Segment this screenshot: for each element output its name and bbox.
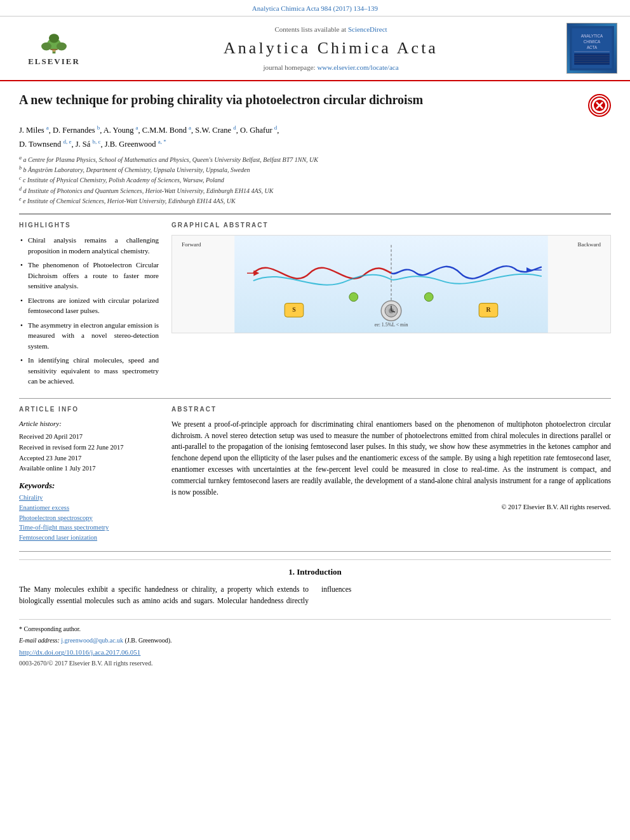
publisher-logo-section: ELSEVIER xyxy=(13,29,95,67)
ga-backward-label: Backward xyxy=(578,241,601,249)
homepage-url[interactable]: www.elsevier.com/locate/aca xyxy=(317,63,398,71)
copyright-notice: © 2017 Elsevier B.V. All rights reserved… xyxy=(171,502,611,512)
corresponding-star: * Corresponding author. xyxy=(19,625,81,632)
highlights-header: HIGHLIGHTS xyxy=(19,221,159,230)
affiliation-c: c c Institute of Physical Chemistry, Pol… xyxy=(19,175,611,185)
article-info-header-label: ARTICLE INFO xyxy=(19,405,159,414)
email-label: E-mail address: xyxy=(19,637,60,644)
info-abstract-row: ARTICLE INFO Article history: Received 2… xyxy=(19,405,611,543)
abstract-column: ABSTRACT We present a proof-of-principle… xyxy=(171,405,611,543)
journal-homepage: journal homepage: www.elsevier.com/locat… xyxy=(102,63,560,72)
elsevier-tree-icon xyxy=(32,29,76,55)
corresponding-author-note: * Corresponding author. xyxy=(19,625,611,634)
affiliation-b: b b Ångström Laboratory, Department of C… xyxy=(19,164,611,175)
highlight-item-5: In identifying chiral molecules, speed a… xyxy=(19,355,159,387)
journal-title-section: Contents lists available at ScienceDirec… xyxy=(102,25,560,72)
graphical-abstract-column: GRAPHICAL ABSTRACT Forward Backward xyxy=(171,221,611,390)
graphical-abstract-svg: S R e xyxy=(172,236,610,333)
ga-content: Forward Backward xyxy=(172,236,610,333)
contents-text: Contents lists available at xyxy=(274,25,346,33)
cover-thumbnail-icon: ANALYTICA CHIMICA ACTA xyxy=(570,23,614,73)
journal-reference-bar: Analytica Chimica Acta 984 (2017) 134–13… xyxy=(0,0,630,17)
svg-text:CHIMICA: CHIMICA xyxy=(584,39,601,44)
highlights-list: Chiral analysis remains a challenging pr… xyxy=(19,235,159,387)
crossmark-icon xyxy=(590,96,609,115)
article-info-content: Article history: Received 20 April 2017 … xyxy=(19,419,159,474)
highlight-item-4: The asymmetry in electron angular emissi… xyxy=(19,320,159,352)
article-history-label: Article history: xyxy=(19,419,159,429)
accepted-date: Accepted 23 June 2017 xyxy=(19,454,159,463)
introduction-section: 1. Introduction The Many molecules exhib… xyxy=(19,559,611,607)
journal-name: Analytica Chimica Acta xyxy=(102,37,560,60)
introduction-text: The Many molecules exhibit a specific ha… xyxy=(19,584,611,607)
keyword-femtosecond[interactable]: Femtosecond laser ionization xyxy=(19,533,159,543)
affiliation-d: d d Institute of Photonics and Quantum S… xyxy=(19,185,611,196)
highlight-item-1: Chiral analysis remains a challenging pr… xyxy=(19,235,159,256)
svg-point-34 xyxy=(349,293,358,302)
highlights-column: HIGHLIGHTS Chiral analysis remains a cha… xyxy=(19,221,159,390)
highlights-abstract-row: HIGHLIGHTS Chiral analysis remains a cha… xyxy=(19,221,611,390)
article-title-section: A new technique for probing chirality vi… xyxy=(19,91,611,117)
svg-point-2 xyxy=(41,43,51,51)
page-footer: * Corresponding author. E-mail address: … xyxy=(19,619,611,667)
authors-line: J. Miles a, D. Fernandes b, A. Young a, … xyxy=(19,123,611,150)
keyword-enantiomer[interactable]: Enantiomer excess xyxy=(19,503,159,513)
graphical-abstract-image: Forward Backward xyxy=(171,235,611,333)
keyword-tof[interactable]: Time-of-flight mass spectrometry xyxy=(19,523,159,533)
bottom-separator xyxy=(19,551,611,552)
received-date: Received 20 April 2017 xyxy=(19,432,159,442)
article-title: A new technique for probing chirality vi… xyxy=(19,91,582,108)
highlight-item-3: Electrons are ionized with circular pola… xyxy=(19,295,159,316)
sciencedirect-link[interactable]: ScienceDirect xyxy=(348,25,387,33)
received-revised-date: Received in revised form 22 June 2017 xyxy=(19,443,159,453)
svg-text:ANALYTICA: ANALYTICA xyxy=(581,34,603,38)
ga-forward-label: Forward xyxy=(182,241,201,249)
introduction-heading: 1. Introduction xyxy=(19,566,611,578)
keyword-chirality[interactable]: Chirality xyxy=(19,493,159,503)
svg-text:ACTA: ACTA xyxy=(587,45,598,50)
article-info-column: ARTICLE INFO Article history: Received 2… xyxy=(19,405,159,543)
highlight-item-2: The phenomenon of Photoelectron Circular… xyxy=(19,260,159,291)
affiliation-e: e e Institute of Chemical Sciences, Heri… xyxy=(19,196,611,206)
intro-the: The xyxy=(19,585,34,593)
available-date: Available online 1 July 2017 xyxy=(19,464,159,474)
email-person: (J.B. Greenwood). xyxy=(125,637,172,644)
svg-text:S: S xyxy=(292,307,296,314)
svg-point-35 xyxy=(424,293,433,302)
intro-body: Many molecules exhibit a specific handed… xyxy=(19,585,351,604)
homepage-label: journal homepage: xyxy=(263,63,315,71)
contents-available-line: Contents lists available at ScienceDirec… xyxy=(102,25,560,34)
graphical-abstract-header: GRAPHICAL ABSTRACT xyxy=(171,221,611,230)
affiliation-a: a a Centre for Plasma Physics, School of… xyxy=(19,154,611,164)
svg-rect-6 xyxy=(50,49,57,50)
svg-text:ee: 1.5%L < min: ee: 1.5%L < min xyxy=(375,322,408,328)
affiliations-section: a a Centre for Plasma Physics, School of… xyxy=(19,154,611,206)
introduction-paragraph: The Many molecules exhibit a specific ha… xyxy=(19,584,611,607)
abstract-paragraph: We present a proof-of-principle approach… xyxy=(171,419,611,498)
issn-notice: 0003-2670/© 2017 Elsevier B.V. All right… xyxy=(19,659,611,668)
abstract-section-label: ABSTRACT xyxy=(171,405,611,414)
crossmark-badge[interactable] xyxy=(588,94,611,117)
page-wrapper: Analytica Chimica Acta 984 (2017) 134–13… xyxy=(0,0,630,678)
elsevier-text: ELSEVIER xyxy=(28,56,80,67)
mid-separator xyxy=(19,398,611,399)
svg-point-3 xyxy=(57,43,67,51)
email-line: E-mail address: j.greenwood@qub.ac.uk (J… xyxy=(19,636,611,645)
journal-reference: Analytica Chimica Acta 984 (2017) 134–13… xyxy=(252,4,378,12)
elsevier-logo: ELSEVIER xyxy=(19,29,89,67)
townsend-name: Townsend xyxy=(29,140,61,149)
keywords-label: Keywords: xyxy=(19,480,159,491)
svg-point-4 xyxy=(49,34,59,43)
svg-rect-13 xyxy=(574,53,610,65)
journal-header: ELSEVIER Contents lists available at Sci… xyxy=(0,17,630,81)
keyword-photoelectron[interactable]: Photoelectron spectroscopy xyxy=(19,514,159,523)
main-content: A new technique for probing chirality vi… xyxy=(0,81,630,677)
journal-cover-image: ANALYTICA CHIMICA ACTA xyxy=(566,23,617,74)
doi-link[interactable]: http://dx.doi.org/10.1016/j.aca.2017.06.… xyxy=(19,648,611,657)
svg-text:R: R xyxy=(486,307,491,314)
header-separator xyxy=(19,213,611,215)
keywords-section: Keywords: Chirality Enantiomer excess Ph… xyxy=(19,480,159,543)
abstract-text: We present a proof-of-principle approach… xyxy=(171,419,611,512)
corresponding-email[interactable]: j.greenwood@qub.ac.uk xyxy=(61,637,123,644)
